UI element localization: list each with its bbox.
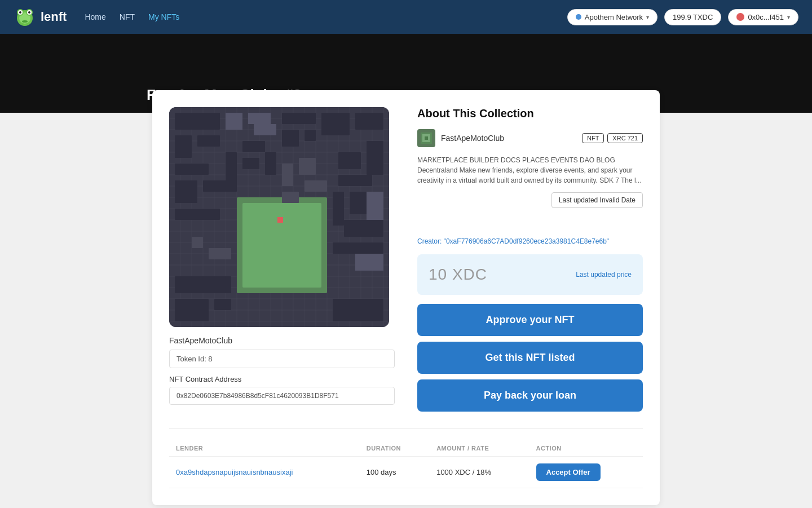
nft-artwork	[169, 107, 389, 327]
svg-rect-78	[192, 237, 203, 248]
wallet-label: 0x0c...f451	[748, 13, 784, 21]
duration-value: 100 days	[360, 457, 430, 488]
svg-rect-73	[333, 242, 383, 254]
svg-rect-82	[282, 164, 293, 186]
svg-rect-79	[209, 248, 231, 259]
wallet-chevron-icon: ▾	[787, 14, 790, 20]
table-header: LENDER DURATION AMOUNT / RATE ACTION	[169, 440, 643, 457]
right-panel: About This Collection FastApeMotoClub	[417, 107, 643, 417]
amount-rate-value: 1000 XDC / 18%	[430, 457, 529, 488]
svg-point-8	[22, 20, 28, 23]
badge-row: NFT XRC 721	[582, 133, 643, 143]
svg-rect-65	[242, 203, 321, 288]
main-nav: Home NFT My NFTs	[85, 12, 179, 21]
creator-text: Creator: "0xaF776906a6C7AD0df9260ece23a3…	[417, 237, 643, 245]
table-row: 0xa9shdapsnapuijsnauisnbnausixaji 100 da…	[169, 457, 643, 488]
svg-rect-56	[304, 130, 316, 141]
svg-rect-60	[226, 152, 237, 186]
collection-thumb-icon	[421, 132, 432, 144]
svg-rect-66	[277, 217, 283, 223]
logo[interactable]: lenft	[14, 6, 67, 28]
collection-thumbnail	[417, 129, 435, 147]
network-selector[interactable]: Apothem Network ▾	[567, 9, 657, 25]
svg-rect-70	[333, 192, 344, 226]
content-area: FastApeMotoClub Token Id: 8 NFT Contract…	[141, 90, 671, 505]
balance-display[interactable]: 199.9 TXDC	[664, 9, 721, 25]
svg-point-6	[19, 11, 21, 14]
svg-rect-76	[214, 299, 231, 310]
get-listed-button[interactable]: Get this NFT listed	[417, 342, 643, 374]
offers-table: LENDER DURATION AMOUNT / RATE ACTION 0xa…	[169, 440, 643, 488]
collection-info: FastApeMotoClub	[417, 129, 504, 147]
svg-rect-69	[338, 175, 372, 186]
header: lenft Home NFT My NFTs Apothem Network ▾…	[0, 0, 812, 34]
svg-rect-77	[333, 299, 383, 321]
col-action: ACTION	[529, 440, 643, 457]
approve-nft-button[interactable]: Approve your NFT	[417, 304, 643, 336]
badge-nft: NFT	[582, 133, 604, 143]
col-duration: DURATION	[360, 440, 430, 457]
frog-logo-icon	[14, 6, 36, 28]
table-body: 0xa9shdapsnapuijsnauisnbnausixaji 100 da…	[169, 457, 643, 488]
collection-name: FastApeMotoClub	[441, 134, 504, 143]
lender-address: 0xa9shdapsnapuijsnauisnbnausixaji	[169, 457, 360, 488]
collection-description: MARKETPLACE BUILDER DOCS PLACES EVENTS D…	[417, 155, 643, 185]
main-card: FastApeMotoClub Token Id: 8 NFT Contract…	[152, 90, 660, 505]
col-lender: LENDER	[169, 440, 360, 457]
left-panel: FastApeMotoClub Token Id: 8 NFT Contract…	[169, 107, 395, 417]
offers-table-section: LENDER DURATION AMOUNT / RATE ACTION 0xa…	[169, 429, 643, 488]
wallet-selector[interactable]: 0x0c...f451 ▾	[728, 9, 798, 25]
header-right: Apothem Network ▾ 199.9 TXDC 0x0c...f451…	[567, 9, 798, 25]
svg-rect-87	[367, 192, 383, 220]
svg-rect-86	[248, 113, 271, 124]
svg-rect-81	[304, 180, 327, 192]
chevron-down-icon: ▾	[646, 14, 649, 20]
accept-offer-button[interactable]: Accept Offer	[536, 463, 601, 481]
svg-rect-61	[242, 141, 265, 152]
header-left: lenft Home NFT My NFTs	[14, 6, 179, 28]
svg-rect-88	[355, 254, 383, 271]
price-updated-label: Last updated price	[576, 271, 632, 279]
network-dot-icon	[576, 14, 581, 20]
col-amount-rate: AMOUNT / RATE	[430, 440, 529, 457]
price-value: 10 XDC	[429, 266, 487, 284]
token-id-box: Token Id: 8	[169, 350, 395, 368]
logo-text: lenft	[41, 10, 67, 24]
nav-my-nfts[interactable]: My NFTs	[148, 12, 179, 21]
svg-rect-53	[321, 113, 350, 135]
pay-back-loan-button[interactable]: Pay back your loan	[417, 379, 643, 412]
svg-rect-54	[355, 113, 383, 130]
svg-rect-55	[282, 130, 299, 147]
svg-rect-59	[175, 209, 220, 220]
nft-meta: FastApeMotoClub Token Id: 8 NFT Contract…	[169, 336, 395, 405]
svg-rect-57	[175, 180, 197, 203]
svg-rect-51	[175, 164, 209, 175]
creator-address: "0xaF776906a6C7AD0df9260ece23a3981C4E8e7…	[444, 237, 609, 245]
svg-rect-74	[175, 276, 231, 293]
svg-rect-68	[367, 141, 383, 175]
svg-rect-49	[175, 135, 192, 158]
nft-collection-label: FastApeMotoClub	[169, 336, 395, 345]
about-title: About This Collection	[417, 107, 643, 120]
svg-rect-62	[265, 152, 276, 175]
nft-image-container	[169, 107, 389, 327]
balance-label: 199.9 TXDC	[673, 13, 713, 21]
network-label: Apothem Network	[585, 13, 643, 21]
svg-rect-63	[242, 158, 259, 169]
svg-rect-80	[282, 192, 299, 203]
badge-xrc: XRC 721	[607, 133, 643, 143]
svg-rect-83	[299, 158, 316, 175]
svg-rect-72	[344, 220, 383, 237]
last-updated-button[interactable]: Last updated Invalid Date	[551, 192, 643, 208]
contract-address-value: 0x82De0603E7b84986B8d5cF81c4620093B1D8F5…	[169, 387, 395, 405]
nav-nft[interactable]: NFT	[120, 12, 135, 21]
nav-home[interactable]: Home	[85, 12, 105, 21]
wallet-dot-icon	[736, 13, 744, 21]
svg-rect-67	[338, 152, 361, 169]
svg-rect-50	[197, 135, 220, 147]
svg-rect-48	[175, 113, 220, 130]
svg-rect-84	[254, 124, 276, 135]
svg-rect-75	[175, 299, 209, 321]
collection-header: FastApeMotoClub NFT XRC 721	[417, 129, 643, 147]
svg-rect-91	[425, 136, 428, 140]
